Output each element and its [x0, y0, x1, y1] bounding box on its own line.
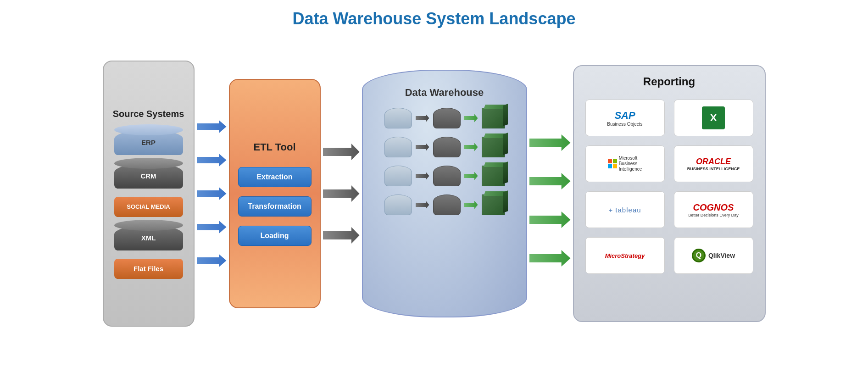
reporting-logo-tableau: + tableau	[585, 191, 665, 228]
data-warehouse-panel: Data Warehouse	[362, 70, 527, 317]
dw-arrow-2b	[464, 143, 478, 151]
source-item-flat-files: Flat Files	[114, 259, 183, 279]
reporting-panel: Reporting SAP Business Objects X	[573, 65, 766, 322]
arrow-dw-to-reporting-2	[529, 173, 571, 189]
dw-cube-2	[482, 137, 505, 157]
reporting-logo-msbi: MicrosoftBusinessIntelligence	[585, 145, 665, 182]
arrow-transformation-to-dw	[323, 185, 360, 202]
qlikview-logo-icon: Q	[692, 249, 706, 262]
source-item-social-media: SOCIAL MEDIA	[114, 197, 183, 217]
arrow-flat-to-etl	[197, 254, 227, 267]
dw-cube-3	[482, 166, 505, 186]
reporting-logo-oracle: ORACLE BUSINESS INTELLIGENCE	[674, 145, 753, 182]
reporting-title: Reporting	[643, 75, 695, 88]
sap-logo-text: SAP	[614, 110, 635, 122]
oracle-logo-subtext: BUSINESS INTELLIGENCE	[687, 167, 740, 171]
etl-step-loading: Loading	[238, 226, 312, 246]
dw-row-3	[370, 166, 519, 186]
dw-cylinder-dark-3	[433, 166, 461, 186]
source-systems-panel: Source Systems ERP CRM SOCIAL MEDIA XML …	[103, 61, 195, 327]
arrow-crm-to-etl	[197, 154, 227, 167]
reporting-logo-qlikview: Q QlikView	[674, 237, 753, 274]
ms-square-red	[608, 159, 612, 163]
source-flat-label: Flat Files	[134, 265, 163, 272]
msbi-squares-icon	[608, 159, 617, 168]
source-item-crm: CRM	[114, 163, 183, 189]
oracle-logo-text: ORACLE	[696, 157, 731, 167]
dw-arrow-4b	[464, 201, 478, 209]
arrow-erp-to-etl	[197, 120, 227, 133]
dw-row-4	[370, 195, 519, 215]
dw-arrow-3b	[464, 172, 478, 180]
ms-square-yellow	[613, 164, 617, 168]
dw-cube-4	[482, 195, 505, 215]
arrow-loading-to-dw	[323, 227, 360, 244]
dw-to-reporting-arrows	[527, 134, 573, 267]
msbi-text: MicrosoftBusinessIntelligence	[619, 156, 642, 172]
source-social-label: SOCIAL MEDIA	[127, 203, 170, 210]
arrow-dw-to-reporting-4	[529, 250, 571, 267]
dw-arrow-3a	[416, 172, 429, 180]
dw-arrow-4a	[416, 201, 429, 209]
dw-arrow-1b	[464, 114, 478, 122]
reporting-logo-excel: X	[674, 100, 753, 136]
etl-tool-panel: ETL Tool Extraction Transformation Loadi…	[229, 79, 321, 308]
source-crm-label: CRM	[140, 172, 156, 180]
etl-step-extraction: Extraction	[238, 167, 312, 187]
qlikview-logo-text: QlikView	[708, 252, 735, 259]
dw-cylinder-light-2	[384, 137, 412, 157]
tableau-logo-text: + tableau	[608, 206, 641, 214]
source-to-etl-arrows	[195, 120, 229, 267]
etl-to-dw-arrows	[321, 144, 362, 244]
arrow-dw-to-reporting-3	[529, 211, 571, 228]
reporting-tools-grid: SAP Business Objects X MicrosoftBusiness…	[585, 100, 753, 274]
source-xml-label: XML	[141, 234, 156, 242]
ms-square-blue	[608, 164, 612, 168]
ms-square-green	[613, 159, 617, 163]
qlikview-logo-wrapper: Q QlikView	[692, 249, 735, 262]
dw-row-2	[370, 137, 519, 157]
arrow-xml-to-etl	[197, 221, 227, 234]
diagram-container: Source Systems ERP CRM SOCIAL MEDIA XML …	[14, 42, 854, 345]
arrow-dw-to-reporting-1	[529, 134, 571, 151]
sap-logo-subtext: Business Objects	[607, 122, 642, 127]
data-warehouse-title: Data Warehouse	[405, 87, 484, 99]
dw-cylinder-light-4	[384, 195, 412, 215]
page-title: Data Warehouse System Landscape	[293, 9, 576, 28]
dw-row-1	[370, 108, 519, 128]
dw-cylinder-dark-4	[433, 195, 461, 215]
reporting-logo-sap: SAP Business Objects	[585, 100, 665, 136]
dw-arrow-1a	[416, 114, 429, 122]
reporting-logo-cognos: COGNOS Better Decisions Every Day	[674, 191, 753, 228]
cognos-logo-text: COGNOS	[693, 202, 734, 213]
source-item-xml: XML	[114, 225, 183, 250]
dw-cylinder-dark-2	[433, 137, 461, 157]
etl-tool-title: ETL Tool	[253, 141, 295, 153]
dw-cylinder-dark-1	[433, 108, 461, 128]
etl-step-transformation: Transformation	[238, 196, 312, 217]
dw-cylinder-light-3	[384, 166, 412, 186]
cognos-logo-subtext: Better Decisions Every Day	[688, 213, 739, 217]
dw-arrow-2a	[416, 143, 429, 151]
arrow-extraction-to-dw	[323, 144, 360, 160]
reporting-logo-microstrategy: MicroStrategy	[585, 237, 665, 274]
dw-cube-1	[482, 108, 505, 128]
msbi-logo-wrapper: MicrosoftBusinessIntelligence	[608, 156, 642, 172]
source-erp-label: ERP	[141, 139, 156, 146]
arrow-social-to-etl	[197, 187, 227, 200]
source-systems-title: Source Systems	[113, 109, 184, 119]
source-item-erp: ERP	[114, 130, 183, 155]
dw-cylinder-light-1	[384, 108, 412, 128]
microstrategy-logo-text: MicroStrategy	[605, 252, 645, 259]
excel-logo-icon: X	[702, 106, 725, 129]
